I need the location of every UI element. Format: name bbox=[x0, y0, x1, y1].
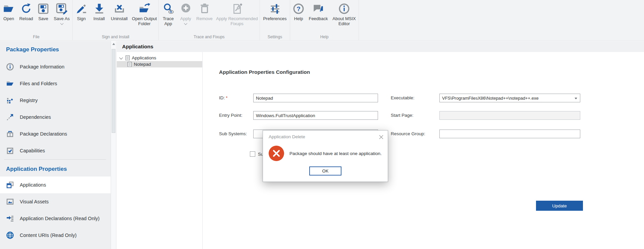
document-icon bbox=[125, 55, 130, 61]
trace-magnifier-icon bbox=[162, 2, 175, 15]
preferences-button-label: Preferences bbox=[263, 16, 286, 21]
apply-button-label: Apply bbox=[180, 16, 191, 21]
reload-button-label: Reload bbox=[19, 16, 33, 21]
sidebar-item-content-uris[interactable]: Content URIs (Read Only) bbox=[0, 227, 111, 244]
open-folder-icon bbox=[2, 2, 15, 15]
ribbon-group-file: Open Reload Save Save As bbox=[0, 0, 73, 40]
sidebar-item-files-and-folders[interactable]: Files and Folders bbox=[0, 75, 111, 92]
tree-node-label: Applications bbox=[132, 55, 156, 60]
registry-blocks-icon bbox=[6, 96, 14, 104]
uninstall-button-label: Uninstall bbox=[111, 16, 128, 21]
tree-node-applications[interactable]: Applications bbox=[117, 55, 202, 61]
form-heading: Application Properties Configuration bbox=[219, 69, 310, 75]
uninstall-button[interactable]: Uninstall bbox=[108, 2, 130, 21]
apply-button: Apply bbox=[177, 2, 194, 24]
dialog-title: Application Delete bbox=[269, 134, 305, 139]
scrollbar-thumb[interactable] bbox=[112, 49, 115, 133]
sidebar-item-application-declarations[interactable]: Application Declarations (Read Only) bbox=[0, 210, 111, 227]
sidebar-item-package-declarations[interactable]: Package Declarations bbox=[0, 126, 111, 142]
ribbon: Open Reload Save Save As bbox=[0, 0, 644, 41]
id-field[interactable] bbox=[253, 94, 378, 102]
uninstall-x-icon bbox=[113, 2, 126, 15]
apply-recommended-fixups-button: Apply Recommended Fixups bbox=[215, 2, 259, 26]
chevron-down-icon bbox=[575, 98, 577, 99]
dependency-arrow-icon bbox=[6, 113, 14, 121]
trace-app-button[interactable]: Trace App bbox=[159, 2, 177, 26]
open-button[interactable]: Open bbox=[0, 2, 17, 21]
main-header-bar: Applications bbox=[117, 41, 644, 52]
globe-icon bbox=[6, 231, 14, 239]
sign-button[interactable]: Sign bbox=[73, 2, 90, 21]
save-button-label: Save bbox=[38, 16, 48, 21]
ribbon-group-label-settings: Settings bbox=[260, 35, 290, 39]
chevron-down-icon bbox=[184, 22, 187, 25]
help-button-label: Help bbox=[294, 16, 303, 21]
sidebar-item-visual-assets[interactable]: Visual Assets bbox=[0, 193, 111, 210]
tree-node-label: Notepad bbox=[134, 62, 151, 67]
open-output-folder-button-label: Open Output Folder bbox=[130, 16, 159, 26]
ribbon-group-help: ? Help Feedback About MSIX Editor Help bbox=[290, 0, 359, 40]
document-icon bbox=[127, 62, 132, 67]
open-button-label: Open bbox=[3, 16, 14, 21]
help-button[interactable]: ? Help bbox=[290, 2, 307, 21]
install-button[interactable]: Install bbox=[90, 2, 108, 21]
sign-pencil-icon bbox=[75, 2, 88, 15]
resource-group-label: Resource Group: bbox=[391, 130, 425, 138]
apply-plus-icon bbox=[179, 2, 192, 15]
checkbox-check-icon bbox=[6, 147, 14, 155]
update-button[interactable]: Update bbox=[536, 201, 583, 211]
reload-button[interactable]: Reload bbox=[17, 2, 35, 21]
sidebar-item-label: Capabilities bbox=[20, 148, 45, 153]
sidebar-item-registry[interactable]: Registry bbox=[0, 92, 111, 109]
sidebar-item-applications[interactable]: Applications bbox=[0, 177, 111, 193]
sidebar-scrollbar[interactable] bbox=[111, 41, 116, 249]
supported-checkbox[interactable] bbox=[250, 151, 255, 157]
save-as-button-label: Save As bbox=[54, 16, 70, 21]
output-folder-icon bbox=[138, 2, 151, 15]
save-button[interactable]: Save bbox=[35, 2, 51, 21]
resource-group-field[interactable] bbox=[439, 130, 580, 138]
sidebar-item-dependencies[interactable]: Dependencies bbox=[0, 109, 111, 126]
help-question-icon: ? bbox=[292, 2, 305, 15]
sidebar-item-label: Package Information bbox=[20, 64, 64, 69]
sidebar-item-label: Dependencies bbox=[20, 114, 51, 120]
feedback-bubble-icon bbox=[312, 2, 325, 15]
sidebar-item-capabilities[interactable]: Capabilities bbox=[0, 142, 111, 159]
entry-point-field[interactable] bbox=[253, 111, 378, 120]
open-output-folder-button[interactable]: Open Output Folder bbox=[130, 2, 159, 26]
sidebar-item-label: Applications bbox=[20, 182, 46, 188]
close-icon[interactable] bbox=[379, 135, 383, 139]
executable-dropdown[interactable]: VFS\ProgramFilesX86\Notepad++\notepad++.… bbox=[439, 94, 580, 102]
error-icon bbox=[269, 146, 284, 161]
preferences-button[interactable]: Preferences bbox=[261, 2, 289, 21]
remove-button-label: Remove bbox=[196, 16, 212, 21]
sidebar-item-label: Content URIs (Read Only) bbox=[20, 233, 76, 238]
ribbon-group-trace-fixups: Trace App Apply Remove Apply Recommend bbox=[159, 0, 260, 40]
reload-icon bbox=[20, 2, 33, 15]
executable-dropdown-value: VFS\ProgramFilesX86\Notepad++\notepad++.… bbox=[442, 96, 539, 101]
sidebar-item-package-information[interactable]: Package Information bbox=[0, 58, 111, 75]
apply-recommended-fixups-button-label: Apply Recommended Fixups bbox=[215, 16, 259, 26]
ribbon-group-label-sign-install: Sign and Install bbox=[73, 35, 158, 39]
applications-tree-panel: Applications Notepad bbox=[117, 52, 203, 249]
app-windows-icon bbox=[6, 181, 14, 189]
tree-node-notepad[interactable]: Notepad bbox=[117, 61, 202, 67]
scrollbar-up-arrow-icon[interactable] bbox=[112, 43, 115, 45]
chevron-down-icon[interactable] bbox=[119, 55, 123, 59]
ok-button[interactable]: OK bbox=[309, 166, 341, 176]
chevron-down-icon bbox=[60, 22, 63, 25]
preferences-sliders-icon bbox=[269, 2, 281, 15]
feedback-button[interactable]: Feedback bbox=[307, 2, 330, 21]
about-msix-editor-button-label: About MSIX Editor bbox=[330, 16, 358, 26]
trace-app-button-label: Trace App bbox=[159, 16, 177, 26]
sidebar-item-label: Package Declarations bbox=[20, 131, 67, 137]
install-button-label: Install bbox=[94, 16, 105, 21]
arrow-list-icon bbox=[6, 214, 14, 222]
ribbon-group-label-trace-fixups: Trace and Fixups bbox=[159, 35, 260, 39]
remove-button: Remove bbox=[194, 2, 215, 21]
about-info-icon bbox=[338, 2, 351, 15]
ribbon-group-sign-install: Sign Install Uninstall Open Output Folde… bbox=[73, 0, 159, 40]
about-msix-editor-button[interactable]: About MSIX Editor bbox=[330, 2, 358, 26]
ribbon-group-label-help: Help bbox=[290, 35, 359, 39]
save-as-button[interactable]: Save As bbox=[51, 2, 72, 24]
